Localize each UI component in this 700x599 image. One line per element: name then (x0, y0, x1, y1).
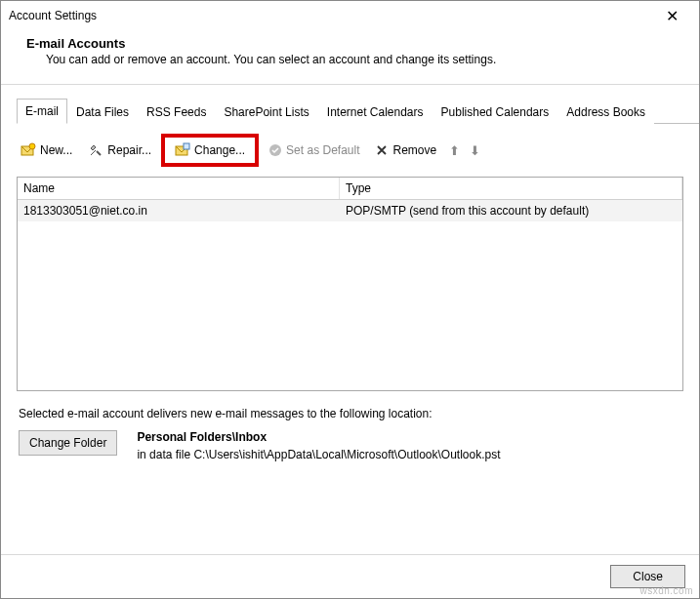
repair-button[interactable]: Repair... (82, 140, 157, 161)
tools-icon (88, 142, 103, 158)
move-up-icon: ⬆ (446, 143, 463, 158)
change-button[interactable]: Change... (169, 140, 251, 161)
close-icon[interactable]: ✕ (652, 7, 691, 25)
tab-rss-feeds[interactable]: RSS Feeds (138, 100, 215, 124)
data-file-path: in data file C:\Users\ishit\AppData\Loca… (137, 448, 500, 461)
tab-published-calendars[interactable]: Published Calendars (432, 100, 558, 124)
tab-email[interactable]: E-mail (17, 99, 67, 124)
list-row[interactable]: 1813303051@niet.co.in POP/SMTP (send fro… (18, 200, 682, 221)
mail-change-icon (175, 142, 190, 158)
toolbar: New... Repair... Change... Set as Defaul… (1, 124, 699, 177)
header-title: E-mail Accounts (26, 36, 681, 51)
tab-data-files[interactable]: Data Files (67, 100, 138, 124)
folder-path: Personal Folders\Inbox (137, 430, 500, 444)
set-default-label: Set as Default (286, 143, 359, 157)
delivery-intro: Selected e-mail account delivers new e-m… (19, 407, 681, 420)
tab-address-books[interactable]: Address Books (557, 100, 654, 124)
list-header: Name Type (18, 178, 682, 200)
remove-x-icon (375, 143, 389, 157)
delivery-section: Selected e-mail account delivers new e-m… (1, 391, 699, 467)
highlight-annotation: Change... (161, 134, 259, 167)
change-folder-button[interactable]: Change Folder (19, 430, 117, 456)
new-button[interactable]: New... (15, 140, 78, 161)
remove-button[interactable]: Remove (369, 140, 442, 160)
move-down-icon: ⬇ (467, 143, 483, 158)
account-list[interactable]: Name Type 1813303051@niet.co.in POP/SMTP… (17, 177, 683, 391)
check-circle-icon (268, 143, 282, 157)
cell-name: 1813303051@niet.co.in (18, 200, 340, 221)
footer: Close (1, 554, 699, 598)
divider (1, 84, 699, 85)
remove-label: Remove (392, 143, 436, 157)
mail-new-icon (21, 142, 36, 158)
set-default-button: Set as Default (263, 140, 365, 160)
svg-point-1 (29, 143, 35, 149)
tab-sharepoint-lists[interactable]: SharePoint Lists (215, 100, 317, 124)
repair-label: Repair... (107, 143, 151, 157)
header-description: You can add or remove an account. You ca… (26, 53, 681, 66)
column-name[interactable]: Name (18, 178, 340, 199)
tab-internet-calendars[interactable]: Internet Calendars (318, 100, 432, 124)
svg-rect-3 (184, 143, 189, 149)
title-bar: Account Settings ✕ (1, 1, 699, 30)
cell-type: POP/SMTP (send from this account by defa… (340, 200, 682, 221)
change-label: Change... (194, 143, 245, 157)
window-title: Account Settings (9, 9, 652, 22)
folder-info: Personal Folders\Inbox in data file C:\U… (137, 430, 500, 461)
column-type[interactable]: Type (340, 178, 682, 199)
new-label: New... (40, 143, 72, 157)
header: E-mail Accounts You can add or remove an… (1, 30, 699, 84)
tab-strip: E-mail Data Files RSS Feeds SharePoint L… (17, 99, 699, 124)
watermark: wsxdn.com (639, 585, 693, 596)
